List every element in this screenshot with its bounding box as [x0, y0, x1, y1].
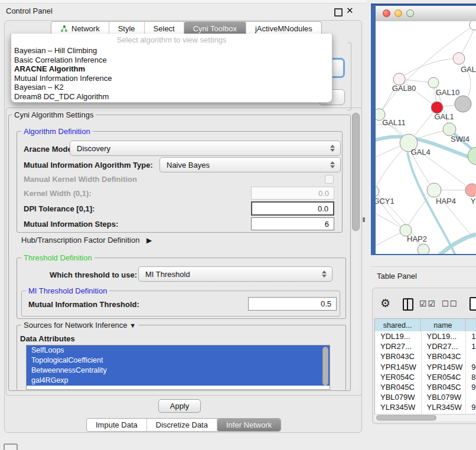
algorithm-option[interactable]: Mutual Information Inference	[11, 74, 332, 83]
network-node-label: GAL11	[382, 118, 406, 127]
table-cell: YER054C	[422, 372, 467, 382]
mode-tab-discretize-data[interactable]: Discretize Data	[147, 419, 217, 431]
network-node-gal10[interactable]	[428, 77, 439, 88]
network-node-gal1[interactable]	[431, 102, 443, 113]
table-cell: 9.	[466, 402, 476, 412]
table-cell: 9.	[466, 382, 476, 392]
which-threshold-value: MI Threshold	[145, 270, 190, 279]
settings-scrollbar-thumb[interactable]	[352, 113, 360, 231]
minimize-traffic-light[interactable]	[395, 9, 402, 17]
kernel-width-field[interactable]: 0.0	[251, 187, 334, 200]
network-node-y[interactable]	[465, 184, 476, 197]
network-node-label: GCY1	[376, 197, 395, 206]
mi-steps-field[interactable]: 6	[251, 217, 334, 230]
mi-threshold-field[interactable]: 0.5	[248, 297, 337, 311]
new-table-page-icon[interactable]	[470, 297, 476, 311]
network-edge[interactable]	[400, 58, 459, 79]
dpi-tolerance-value: 0.0	[318, 204, 328, 213]
table-row[interactable]: YDR27...YDR27...12	[375, 341, 476, 351]
which-threshold-combo[interactable]: MI Threshold	[138, 266, 332, 282]
table-cell: YBR043C	[422, 351, 467, 361]
table-hscrollbar-thumb[interactable]	[376, 415, 436, 420]
table-cell: YDL19...	[422, 331, 467, 341]
attributes-scrollbar-thumb[interactable]	[322, 347, 328, 386]
network-canvas[interactable]: GALGAL80GAL10GAL1GAL11SWI4GAL4GCY1HAP4YH…	[376, 21, 476, 254]
data-attribute-item[interactable]: gal4RGexp	[27, 376, 330, 386]
tab-label: Style	[118, 24, 135, 33]
zoom-traffic-light[interactable]	[406, 9, 414, 17]
node-table: shared...name YDL19...YDL19...13YDR27...…	[374, 318, 476, 415]
network-node-label: Y	[471, 197, 476, 206]
network-node-label: GAL80	[392, 84, 416, 93]
dpi-tolerance-label: DPI Tolerance [0,1]:	[24, 204, 94, 213]
network-tab-icon	[60, 25, 68, 32]
algorithm-option[interactable]: Bayesian – Hill Climbing	[11, 46, 332, 56]
close-icon[interactable]: ✕	[346, 5, 354, 16]
mode-tab-infer-network[interactable]: Infer Network	[217, 419, 281, 431]
mi-threshold-label: Mutual Information Threshold:	[28, 300, 139, 309]
apply-button[interactable]: Apply	[158, 399, 201, 413]
data-attribute-item[interactable]: TopologicalCoefficient	[27, 356, 330, 366]
tab-label: jActiveMNodules	[255, 24, 312, 33]
network-node-gal80[interactable]	[393, 73, 405, 85]
network-node-gal[interactable]	[453, 53, 465, 64]
expand-right-icon[interactable]: ▶	[146, 236, 152, 244]
table-row[interactable]: YLR345WYLR345W9.	[375, 402, 476, 412]
table-column-header[interactable]: name	[421, 319, 464, 331]
table-row[interactable]: YPR145WYPR145W9.	[375, 362, 476, 372]
mode-tab-impute-data[interactable]: Impute Data	[87, 419, 147, 431]
network-edge-highlighted[interactable]	[438, 234, 476, 254]
corner-widget-icon[interactable]	[4, 444, 18, 450]
mi-type-label: Mutual Information Algorithm Type:	[24, 161, 153, 169]
split-columns-icon[interactable]	[403, 298, 413, 311]
network-node[interactable]	[418, 244, 429, 254]
top-strip	[0, 0, 366, 4]
dpi-tolerance-field[interactable]: 0.0	[251, 201, 334, 216]
network-node[interactable]	[455, 96, 471, 112]
table-row[interactable]: YER054CYER054C8.	[375, 372, 476, 382]
algorithm-option[interactable]: Bayesian – K2	[11, 83, 332, 92]
table-settings-gear-icon[interactable]: ⚙	[380, 296, 390, 310]
network-node[interactable]	[470, 21, 476, 30]
algorithm-option[interactable]: ARACNE Algorithm	[11, 64, 332, 74]
table-row[interactable]: YBR045CYBR045C9.	[375, 382, 476, 392]
network-node-label: GAL4	[410, 148, 430, 156]
table-cell: YPR145W	[375, 362, 422, 372]
clear-all-checks-icon[interactable]: ☐☐	[442, 299, 458, 308]
algorithm-option[interactable]: Dream8 DC_TDC Algorithm	[11, 92, 332, 102]
right-divider	[371, 266, 476, 267]
table-cell: YBR043C	[375, 351, 422, 361]
table-column-header[interactable]	[466, 319, 475, 331]
network-node-swi4[interactable]	[443, 123, 456, 136]
table-row[interactable]: YBL079WYBL079W	[375, 392, 476, 402]
table-cell	[466, 392, 476, 402]
network-node[interactable]	[468, 147, 476, 165]
data-attribute-item[interactable]: BetweennessCentrality	[27, 366, 330, 376]
mi-type-combo[interactable]: Naive Bayes	[159, 157, 341, 172]
collapse-down-icon[interactable]: ▼	[129, 322, 136, 329]
network-window-titlebar[interactable]	[376, 6, 476, 22]
aracne-mode-combo[interactable]: Discovery	[70, 141, 341, 156]
algorithm-option[interactable]: Basic Correlation Inference	[11, 56, 332, 65]
aracne-mode-label: Aracne Mode:	[24, 145, 74, 154]
hub-section-toggle[interactable]: Hub/Transcription Factor Definition ▶	[21, 236, 152, 244]
table-panel-title: Table Panel	[377, 272, 417, 281]
select-all-checks-icon[interactable]: ☑☑	[419, 299, 436, 308]
threshold-group-title: Threshold Definition	[21, 253, 94, 262]
hidden-groupbox-edge	[347, 43, 351, 110]
network-node-hap4[interactable]	[427, 183, 441, 197]
table-cell: YLR345W	[375, 402, 422, 412]
data-attribute-item[interactable]: SelfLoops	[27, 345, 330, 356]
sources-group-title[interactable]: Sources for Network Inference ▼	[21, 321, 138, 330]
table-row[interactable]: YBR043CYBR043C	[375, 351, 476, 361]
manual-kernel-checkbox[interactable]	[325, 175, 334, 184]
table-row[interactable]: YDL19...YDL19...13	[375, 331, 476, 341]
float-window-icon[interactable]	[334, 8, 343, 17]
table-cell: YLR345W	[422, 402, 467, 412]
data-attributes-list[interactable]: SelfLoopsTopologicalCoefficientBetweenne…	[26, 345, 330, 390]
network-node-label: HAP4	[436, 197, 456, 206]
close-traffic-light[interactable]	[383, 9, 390, 17]
tab-label: Cyni Toolbox	[193, 24, 237, 33]
splitter-grip[interactable]	[363, 217, 365, 222]
table-column-header[interactable]: shared...	[375, 319, 420, 331]
